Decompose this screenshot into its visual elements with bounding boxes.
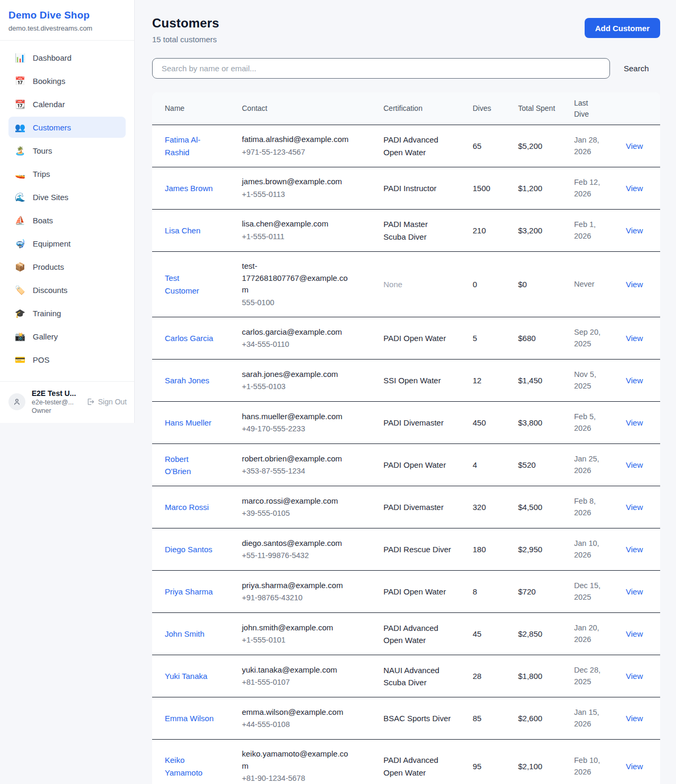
view-customer-link[interactable]: View bbox=[626, 762, 643, 771]
customer-total-spent: $0 bbox=[518, 280, 556, 289]
customer-last-dive: Jan 28, 2026 bbox=[574, 135, 603, 158]
customer-name-link[interactable]: Sarah Jones bbox=[165, 376, 209, 385]
customer-name-link[interactable]: Marco Rossi bbox=[165, 503, 209, 512]
sidebar-item-gallery[interactable]: 📸 Gallery bbox=[8, 326, 126, 347]
sidebar-item-pos[interactable]: 💳 POS bbox=[8, 349, 126, 370]
sidebar-item-customers[interactable]: 👥 Customers bbox=[8, 117, 126, 138]
customer-phone: 555-0100 bbox=[242, 297, 353, 309]
table-row: Test Customer test-1772681807767@example… bbox=[152, 252, 660, 317]
customer-name-link[interactable]: Keiko Yamamoto bbox=[165, 755, 202, 777]
user-name: E2E Test U... bbox=[32, 389, 80, 398]
people-icon: 👥 bbox=[15, 122, 25, 133]
column-header-dives: Dives bbox=[473, 103, 518, 114]
customer-phone: +1-555-0113 bbox=[242, 189, 353, 201]
view-customer-link[interactable]: View bbox=[626, 418, 643, 427]
customer-certification: SSI Open Water bbox=[383, 374, 452, 386]
customer-email: robert.obrien@example.com bbox=[242, 453, 353, 465]
customer-certification: PADI Divemaster bbox=[383, 417, 452, 429]
customer-last-dive: Jan 15, 2026 bbox=[574, 707, 603, 730]
customer-certification: PADI Open Water bbox=[383, 332, 452, 344]
customer-total-spent: $520 bbox=[518, 460, 556, 469]
customer-dives: 65 bbox=[473, 141, 508, 150]
table-row: Priya Sharma priya.sharma@example.com +9… bbox=[152, 571, 660, 613]
table-row: John Smith john.smith@example.com +1-555… bbox=[152, 613, 660, 655]
sign-out-button[interactable]: Sign Out bbox=[86, 398, 127, 406]
sidebar-item-equipment[interactable]: 🤿 Equipment bbox=[8, 233, 126, 254]
customer-email: yuki.tanaka@example.com bbox=[242, 664, 353, 676]
table-row: Fatima Al-Rashid fatima.alrashid@example… bbox=[152, 125, 660, 167]
view-customer-link[interactable]: View bbox=[626, 545, 643, 554]
customer-last-dive: Dec 28, 2025 bbox=[574, 665, 603, 688]
sidebar-item-boats[interactable]: ⛵ Boats bbox=[8, 210, 126, 231]
customer-name-link[interactable]: Test Customer bbox=[165, 273, 199, 295]
sidebar-item-calendar[interactable]: 📆 Calendar bbox=[8, 93, 126, 115]
sidebar-item-products[interactable]: 📦 Products bbox=[8, 256, 126, 277]
speedboat-icon: 🚤 bbox=[15, 169, 25, 179]
view-customer-link[interactable]: View bbox=[626, 334, 643, 343]
sidebar-header: Demo Dive Shop demo.test.divestreams.com bbox=[0, 0, 134, 41]
customer-name-link[interactable]: John Smith bbox=[165, 629, 204, 638]
view-customer-link[interactable]: View bbox=[626, 629, 643, 638]
tag-icon: 🏷️ bbox=[15, 285, 25, 295]
customer-name-link[interactable]: Priya Sharma bbox=[165, 587, 213, 596]
shop-subdomain: demo.test.divestreams.com bbox=[8, 24, 126, 32]
customer-certification: PADI Advanced Open Water bbox=[383, 754, 452, 779]
sidebar-item-dashboard[interactable]: 📊 Dashboard bbox=[8, 47, 126, 68]
sidebar-item-training[interactable]: 🎓 Training bbox=[8, 303, 126, 324]
customer-count: 15 total customers bbox=[152, 35, 219, 44]
view-customer-link[interactable]: View bbox=[626, 714, 643, 723]
table-row: Emma Wilson emma.wilson@example.com +44-… bbox=[152, 697, 660, 740]
customer-phone: +1-555-0101 bbox=[242, 635, 353, 646]
customer-certification: PADI Open Water bbox=[383, 585, 452, 598]
table-row: Carlos Garcia carlos.garcia@example.com … bbox=[152, 317, 660, 360]
view-customer-link[interactable]: View bbox=[626, 141, 643, 150]
customer-name-link[interactable]: Hans Mueller bbox=[165, 418, 211, 427]
view-customer-link[interactable]: View bbox=[626, 184, 643, 193]
customer-total-spent: $2,100 bbox=[518, 762, 556, 771]
customer-name-link[interactable]: Lisa Chen bbox=[165, 226, 201, 235]
customer-phone: +1-555-0111 bbox=[242, 231, 353, 243]
graduation-cap-icon: 🎓 bbox=[15, 308, 25, 318]
sidebar-item-tours[interactable]: 🏝️ Tours bbox=[8, 140, 126, 161]
customer-total-spent: $680 bbox=[518, 334, 556, 343]
search-button[interactable]: Search bbox=[624, 64, 649, 73]
customer-email: test-1772681807767@example.com bbox=[242, 260, 353, 296]
customer-dives: 210 bbox=[473, 226, 508, 235]
customer-phone: +971-55-123-4567 bbox=[242, 147, 353, 158]
customer-phone: +81-90-1234-5678 bbox=[242, 773, 353, 784]
sidebar-item-bookings[interactable]: 📅 Bookings bbox=[8, 70, 126, 91]
sidebar-item-trips[interactable]: 🚤 Trips bbox=[8, 163, 126, 184]
view-customer-link[interactable]: View bbox=[626, 460, 643, 469]
customer-email: sarah.jones@example.com bbox=[242, 369, 353, 381]
table-row: Robert O'Brien robert.obrien@example.com… bbox=[152, 444, 660, 486]
customer-name-link[interactable]: Carlos Garcia bbox=[165, 334, 213, 343]
column-header-contact: Contact bbox=[242, 103, 383, 114]
customer-email: priya.sharma@example.com bbox=[242, 580, 353, 592]
customer-last-dive: Jan 25, 2026 bbox=[574, 454, 603, 477]
view-customer-link[interactable]: View bbox=[626, 672, 643, 681]
customer-name-link[interactable]: Emma Wilson bbox=[165, 714, 214, 723]
customer-total-spent: $5,200 bbox=[518, 141, 556, 150]
page-title: Customers bbox=[152, 16, 219, 31]
customer-name-link[interactable]: Diego Santos bbox=[165, 545, 212, 554]
customer-name-link[interactable]: Fatima Al-Rashid bbox=[165, 135, 201, 156]
view-customer-link[interactable]: View bbox=[626, 503, 643, 512]
customer-name-link[interactable]: Yuki Tanaka bbox=[165, 672, 208, 681]
search-input[interactable] bbox=[152, 58, 610, 79]
camera-icon: 📸 bbox=[15, 332, 25, 342]
customer-dives: 0 bbox=[473, 280, 508, 289]
sidebar-item-discounts[interactable]: 🏷️ Discounts bbox=[8, 279, 126, 300]
view-customer-link[interactable]: View bbox=[626, 376, 643, 385]
customer-phone: +34-555-0110 bbox=[242, 339, 353, 351]
add-customer-button[interactable]: Add Customer bbox=[585, 18, 660, 38]
wave-icon: 🌊 bbox=[15, 192, 25, 202]
sidebar-item-dive-sites[interactable]: 🌊 Dive Sites bbox=[8, 186, 126, 207]
view-customer-link[interactable]: View bbox=[626, 587, 643, 596]
customer-dives: 85 bbox=[473, 714, 508, 723]
customer-phone: +81-555-0107 bbox=[242, 677, 353, 688]
customer-name-link[interactable]: Robert O'Brien bbox=[165, 455, 191, 476]
view-customer-link[interactable]: View bbox=[626, 226, 643, 235]
customer-name-link[interactable]: James Brown bbox=[165, 184, 213, 193]
customer-total-spent: $1,200 bbox=[518, 184, 556, 193]
view-customer-link[interactable]: View bbox=[626, 280, 643, 289]
